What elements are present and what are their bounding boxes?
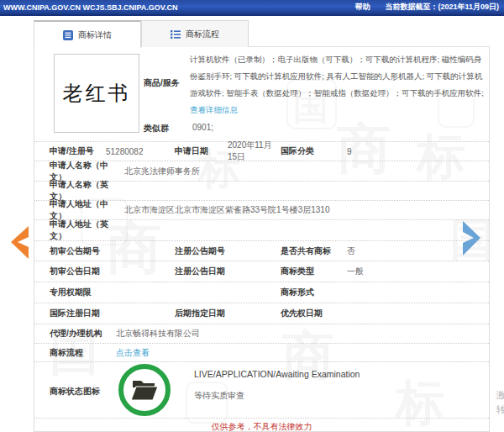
address-en-row: 申请人地址（英文） bbox=[34, 220, 489, 241]
shared-mark-label: 是否共有商标 bbox=[281, 245, 347, 257]
topbar-url: WWW.CNIPA.GOV.CN WCJS.SBJ.CNIPA.GOV.CN bbox=[3, 3, 178, 12]
reg-no-value: 51280082 bbox=[106, 147, 175, 156]
intl-class-value: 9 bbox=[347, 147, 489, 156]
disclaimer: 仅供参考，不具有法律效力 bbox=[34, 419, 489, 432]
tab-trademark-details[interactable]: 商标详情 bbox=[34, 20, 141, 48]
init-notice-no-label: 初审公告期号 bbox=[50, 245, 175, 257]
reg-notice-date-label: 注册公告日期 bbox=[175, 266, 281, 277]
tm-type-label: 商标类型 bbox=[281, 266, 347, 277]
tab-trademark-process[interactable]: 商标流程 bbox=[141, 20, 249, 47]
process-view-link[interactable]: 点击查看 bbox=[116, 347, 150, 359]
tab-label: 商标详情 bbox=[78, 29, 112, 41]
notice-no-row: 初审公告期号 注册公告期号 是否共有商标 否 bbox=[34, 241, 489, 261]
exclusive-period-row: 专用权期限 商标形式 bbox=[34, 282, 489, 303]
status-folder-icon bbox=[118, 364, 171, 416]
similar-group-label: 类似群 bbox=[144, 123, 169, 134]
apply-date-value: 2020年11月15日 bbox=[228, 140, 281, 163]
tabstrip: 商标详情 商标流程 bbox=[34, 20, 249, 47]
status-icon-label: 商标状态图标 bbox=[50, 386, 100, 398]
help-link[interactable]: 帮助 bbox=[354, 2, 370, 13]
agency-row: 代理/办理机构 北京畅得科技有限公司 bbox=[34, 324, 489, 344]
document-icon bbox=[63, 30, 73, 40]
trademark-image: 老红书 bbox=[54, 54, 139, 133]
list-icon bbox=[171, 29, 181, 40]
exclusive-period-label: 专用权期限 bbox=[50, 287, 281, 298]
previous-arrow-button[interactable] bbox=[5, 225, 34, 264]
detail-panel: 国 商 标 商 国 商 标 国 标 老红书 商品/服务 计算机软件（已录制）；电… bbox=[34, 46, 490, 432]
priority-date-label: 优先权日期 bbox=[281, 308, 347, 319]
topbar: WWW.CNIPA.GOV.CN WCJS.SBJ.CNIPA.GOV.CN 帮… bbox=[0, 0, 504, 16]
status-row: 商标状态图标 LIVE/APPLICATION/Awaiting Examina… bbox=[34, 362, 489, 419]
reg-no-label: 申请/注册号 bbox=[50, 145, 106, 157]
intl-dates-row: 国际注册日期 后期指定日期 优先权日期 bbox=[34, 303, 489, 324]
apply-date-label: 申请日期 bbox=[175, 145, 228, 157]
similar-group-value: 0901; bbox=[192, 123, 213, 132]
view-details-link[interactable]: 查看详细信息 bbox=[190, 105, 238, 114]
next-arrow-button[interactable] bbox=[458, 220, 486, 261]
reg-notice-no-label: 注册公告期号 bbox=[175, 245, 281, 257]
disclaimer-text: 仅供参考，不具有法律效力 bbox=[212, 421, 312, 432]
address-en-label: 申请人地址（英文） bbox=[50, 219, 124, 242]
trademark-summary-row: 老红书 商品/服务 计算机软件（已录制）；电子出版物（可下载）；可下载的计算机程… bbox=[34, 47, 489, 142]
process-label: 商标流程 bbox=[50, 347, 116, 359]
intl-class-label: 国际分类 bbox=[281, 145, 347, 157]
trademark-image-text: 老红书 bbox=[63, 80, 131, 107]
process-row: 商标流程 点击查看 bbox=[34, 344, 489, 362]
agency-label: 代理/办理机构 bbox=[50, 328, 116, 340]
address-cn-value: 北京市海淀区北京市海淀区紫雀路33号院1号楼3层1310 bbox=[124, 204, 330, 216]
tm-form-label: 商标形式 bbox=[281, 287, 347, 298]
status-text-cn: 等待实质审查 bbox=[194, 390, 244, 402]
agency-value: 北京畅得科技有限公司 bbox=[116, 328, 200, 340]
intl-reg-date-label: 国际注册日期 bbox=[50, 308, 175, 319]
address-cn-row: 申请人地址（中文） 北京市海淀区北京市海淀区紫雀路33号院1号楼3层1310 bbox=[34, 201, 489, 220]
status-text-en: LIVE/APPLICATION/Awaiting Examination bbox=[194, 369, 360, 379]
goods-services-label: 商品/服务 bbox=[144, 77, 180, 89]
applicant-cn-value: 北京兆法律师事务所 bbox=[124, 166, 200, 177]
tm-type-value: 一般 bbox=[347, 266, 489, 277]
init-notice-date-label: 初审公告日期 bbox=[50, 266, 175, 277]
goods-services-value: 计算机软件（已录制）；电子出版物（可下载）；可下载的计算机程序; 磁性编码身份鉴… bbox=[190, 51, 486, 119]
data-date-label: 当前数据截至：(2021年11月09日) bbox=[385, 2, 499, 13]
later-design-date-label: 后期指定日期 bbox=[175, 308, 281, 319]
tab-label: 商标流程 bbox=[186, 29, 219, 40]
notice-date-row: 初审公告日期 注册公告日期 商标类型 一般 bbox=[34, 261, 489, 282]
goods-services-text: 计算机软件（已录制）；电子出版物（可下载）；可下载的计算机程序; 磁性编码身份鉴… bbox=[190, 55, 484, 97]
clipped-side-text: 激 转 bbox=[496, 388, 504, 417]
